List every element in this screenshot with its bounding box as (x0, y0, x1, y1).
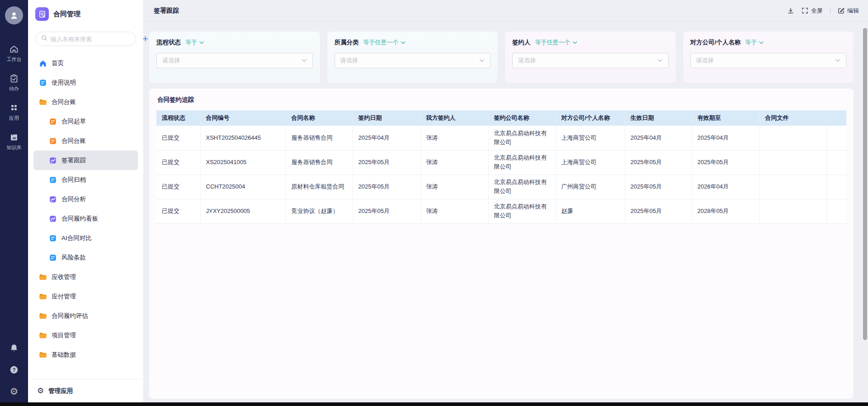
table-row[interactable]: 已提交 CCHT2025004 原材料仓库租赁合同 2025年05月 张涛 北京… (156, 175, 846, 199)
rail-item-apps[interactable]: 应用 (9, 103, 19, 122)
filter-operator[interactable]: 等于 (745, 38, 764, 47)
col-header[interactable]: 合同编号 (200, 110, 286, 126)
col-header[interactable]: 签约日期 (353, 110, 420, 126)
sidebar-item-ai-compare[interactable]: AI合同对比 (33, 228, 138, 248)
sidebar-item-contract-archive[interactable]: 合同归档 (33, 170, 138, 189)
col-header[interactable]: 签约公司名称 (488, 110, 556, 126)
table-row[interactable]: 已提交 JYXY202500005 竞业协议（赵廉） 2025年05月 张涛 北… (156, 199, 846, 223)
sidebar-item-label: 合同分析 (61, 195, 86, 203)
sidebar-item-instructions[interactable]: 使用说明 (33, 73, 138, 92)
cell-company: 北京易点易动科技有限公司 (488, 150, 556, 175)
cell-effective-date: 2025年05月 (625, 199, 692, 223)
col-header[interactable]: 有效期至 (692, 110, 760, 126)
sidebar-item-contract-draft[interactable]: 合同起草 (33, 112, 138, 131)
cell-contract-no: XSHT202504026445 (200, 126, 286, 150)
sidebar-item-label: 使用说明 (52, 79, 76, 87)
cell-contract-file (760, 150, 826, 175)
cell-filler (826, 199, 846, 223)
sidebar-item-receivables[interactable]: 应收管理 (33, 267, 138, 287)
table-row[interactable]: 已提交 XS2025041005 服务器销售合同 2025年05月 张涛 北京易… (156, 150, 846, 175)
cell-valid-until: 2025年05月 (692, 150, 760, 175)
sidebar-item-performance-board[interactable]: 合同履约看板 (33, 209, 138, 228)
cell-contract-no: XS2025041005 (200, 150, 286, 175)
search-input[interactable] (51, 36, 130, 42)
sidebar-item-signing-tracking[interactable]: 签署跟踪 (33, 151, 138, 170)
filter-operator[interactable]: 等于 (185, 38, 204, 47)
select-placeholder: 请选择 (162, 57, 302, 65)
rail-item-todo[interactable]: 待办 (9, 74, 19, 92)
folder-icon (39, 312, 47, 320)
table-row[interactable]: 已提交 XSHT202504026445 服务器销售合同 2025年04月 张涛… (156, 126, 846, 150)
col-header[interactable]: 我方签约人 (420, 110, 488, 126)
edit-label: 编辑 (847, 7, 859, 15)
sidebar-item-contract-analysis[interactable]: 合同分析 (33, 189, 138, 209)
sidebar-item-performance-eval[interactable]: 合同履约评估 (33, 306, 138, 326)
cell-counterparty: 上海商贸公司 (556, 150, 625, 175)
sidebar-item-contract-ledger[interactable]: 合同台账 (33, 131, 138, 151)
cell-sign-date: 2025年04月 (353, 126, 420, 150)
sidebar-item-ledger-folder[interactable]: 合同台账 (33, 92, 138, 112)
help-icon[interactable]: ? (9, 365, 19, 375)
cell-effective-date: 2025年05月 (625, 150, 692, 175)
sidebar-item-projects[interactable]: 项目管理 (33, 326, 138, 345)
bell-icon[interactable] (9, 343, 19, 353)
person-icon (9, 10, 19, 20)
document-icon (49, 234, 57, 242)
col-header[interactable]: 流程状态 (156, 110, 200, 126)
document-icon (49, 254, 57, 262)
cell-contract-no: JYXY202500005 (200, 199, 286, 223)
filter-select[interactable]: 请选择 (335, 53, 491, 68)
filter-select[interactable]: 请选择 (512, 53, 669, 68)
filter-operator[interactable]: 等于任意一个 (535, 38, 577, 47)
scrollbar-thumb[interactable] (863, 28, 867, 340)
sidebar-item-risk-clauses[interactable]: 风险条款 (33, 248, 138, 267)
folder-icon (39, 351, 47, 359)
app-sidebar: 合同管理 + 首页 使用说明 合同台账 合同起草 合同台账 (28, 0, 144, 402)
sidebar-nav: 首页 使用说明 合同台账 合同起草 合同台账 签署跟踪 合同归档 合同分析 (28, 50, 143, 379)
select-placeholder: 请选择 (696, 57, 835, 65)
cell-contract-no: CCHT2025004 (200, 175, 286, 199)
chevron-down-icon (199, 41, 204, 44)
rail-item-label: 待办 (9, 85, 19, 92)
chevron-down-icon (759, 41, 764, 44)
rail-item-knowledge[interactable]: AI 知识库 (7, 132, 22, 151)
sidebar-item-home[interactable]: 首页 (33, 53, 138, 73)
edit-pencil-icon (838, 7, 844, 14)
col-header[interactable]: 合同名称 (286, 110, 353, 126)
vertical-scrollbar[interactable] (863, 28, 868, 400)
filter-select[interactable]: 请选择 (156, 53, 313, 68)
col-header-filler (826, 110, 846, 126)
filter-operator[interactable]: 等于任意一个 (363, 38, 406, 47)
cell-valid-until: 2028年05月 (692, 199, 760, 223)
document-icon (49, 137, 57, 145)
cell-status: 已提交 (156, 175, 200, 199)
edit-button[interactable]: 编辑 (838, 7, 859, 15)
app-header: 合同管理 (28, 0, 143, 21)
search-box[interactable] (35, 32, 136, 46)
col-header[interactable]: 生效日期 (625, 110, 692, 126)
fullscreen-button[interactable]: 全屏 (802, 7, 823, 15)
cell-effective-date: 2025年04月 (625, 126, 692, 150)
chevron-down-icon (657, 59, 663, 62)
filter-select[interactable]: 请选择 (690, 53, 847, 68)
chevron-down-icon (302, 59, 307, 62)
download-button[interactable] (787, 7, 794, 14)
sidebar-item-label: 合同台账 (61, 137, 86, 145)
cell-valid-until: 2025年04月 (692, 126, 760, 150)
chart-icon (49, 156, 57, 165)
main-area: 签署跟踪 全屏 编辑 流程状态 等于 (144, 0, 868, 402)
col-header[interactable]: 合同文件 (760, 110, 826, 126)
sidebar-item-payables[interactable]: 应付管理 (33, 287, 138, 306)
chart-icon (49, 215, 57, 223)
panel-title: 合同签约追踪 (157, 96, 846, 104)
filter-card-category: 所属分类 等于任意一个 请选择 (327, 32, 498, 83)
select-placeholder: 请选择 (518, 57, 657, 65)
rail-item-workbench[interactable]: 工作台 (7, 44, 22, 63)
col-header[interactable]: 对方公司/个人名称 (556, 110, 625, 126)
sidebar-item-base-data[interactable]: 基础数据 (33, 345, 138, 364)
cell-contract-file (760, 126, 826, 150)
user-avatar[interactable] (5, 6, 23, 24)
cell-company: 北京易点易动科技有限公司 (488, 199, 556, 223)
settings-gear-icon[interactable]: ⚙ (10, 387, 19, 396)
manage-app-button[interactable]: ⚙ 管理应用 (28, 379, 143, 402)
